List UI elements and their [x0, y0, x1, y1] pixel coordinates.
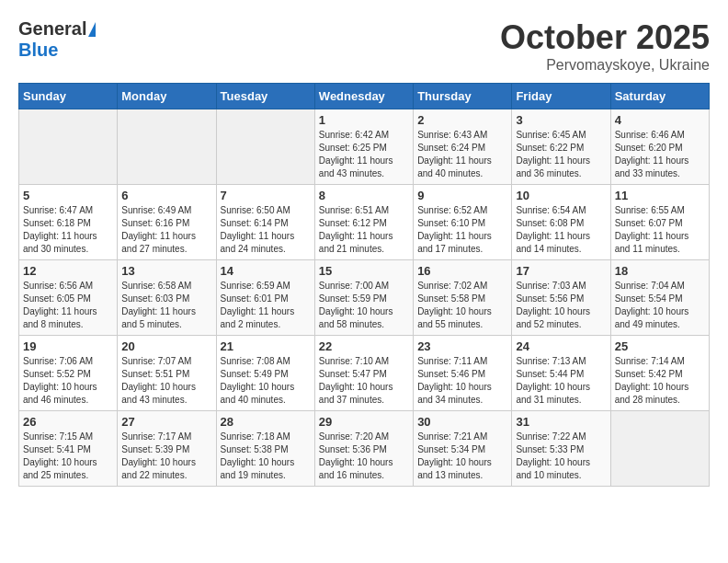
logo-blue-text: Blue — [18, 40, 58, 61]
day-info: Sunrise: 6:55 AM Sunset: 6:07 PM Dayligh… — [615, 204, 705, 256]
calendar-cell: 14Sunrise: 6:59 AM Sunset: 6:01 PM Dayli… — [216, 260, 314, 336]
calendar-cell: 30Sunrise: 7:21 AM Sunset: 5:34 PM Dayli… — [414, 411, 512, 487]
day-info: Sunrise: 7:02 AM Sunset: 5:58 PM Dayligh… — [417, 280, 507, 331]
day-number: 5 — [23, 189, 113, 202]
calendar-cell: 29Sunrise: 7:20 AM Sunset: 5:36 PM Dayli… — [314, 411, 413, 487]
calendar-cell: 17Sunrise: 7:03 AM Sunset: 5:56 PM Dayli… — [512, 260, 610, 336]
month-year-title: October 2025 — [500, 18, 710, 57]
day-number: 27 — [121, 415, 211, 429]
weekday-header-tuesday: Tuesday — [216, 84, 314, 109]
calendar-week-row: 19Sunrise: 7:06 AM Sunset: 5:52 PM Dayli… — [19, 336, 710, 411]
day-number: 6 — [121, 189, 211, 202]
day-info: Sunrise: 6:56 AM Sunset: 6:05 PM Dayligh… — [23, 280, 113, 331]
day-number: 2 — [417, 113, 507, 127]
day-info: Sunrise: 7:22 AM Sunset: 5:33 PM Dayligh… — [516, 431, 606, 482]
day-number: 22 — [319, 339, 409, 353]
day-info: Sunrise: 6:45 AM Sunset: 6:22 PM Dayligh… — [516, 129, 606, 180]
day-number: 30 — [417, 415, 507, 429]
day-info: Sunrise: 7:17 AM Sunset: 5:39 PM Dayligh… — [121, 431, 211, 482]
calendar-cell: 9Sunrise: 6:52 AM Sunset: 6:10 PM Daylig… — [414, 185, 512, 260]
logo: General Blue — [18, 18, 96, 61]
day-info: Sunrise: 7:14 AM Sunset: 5:42 PM Dayligh… — [615, 355, 705, 407]
calendar-cell: 12Sunrise: 6:56 AM Sunset: 6:05 PM Dayli… — [19, 260, 118, 336]
weekday-header-friday: Friday — [512, 84, 610, 109]
day-number: 28 — [221, 415, 311, 429]
calendar-cell: 8Sunrise: 6:51 AM Sunset: 6:12 PM Daylig… — [314, 185, 413, 260]
day-info: Sunrise: 7:13 AM Sunset: 5:44 PM Dayligh… — [516, 355, 606, 407]
day-number: 21 — [221, 339, 311, 353]
logo-triangle-icon — [88, 22, 96, 37]
weekday-header-monday: Monday — [118, 84, 216, 109]
day-info: Sunrise: 6:59 AM Sunset: 6:01 PM Dayligh… — [221, 280, 311, 331]
day-number: 29 — [319, 415, 409, 429]
day-info: Sunrise: 6:43 AM Sunset: 6:24 PM Dayligh… — [417, 129, 507, 180]
calendar-cell: 22Sunrise: 7:10 AM Sunset: 5:47 PM Dayli… — [314, 336, 413, 411]
day-number: 19 — [23, 339, 113, 353]
calendar-cell: 15Sunrise: 7:00 AM Sunset: 5:59 PM Dayli… — [314, 260, 413, 336]
day-number: 11 — [615, 189, 705, 202]
day-number: 13 — [121, 264, 211, 278]
day-number: 20 — [121, 339, 211, 353]
calendar-cell: 3Sunrise: 6:45 AM Sunset: 6:22 PM Daylig… — [512, 109, 610, 185]
day-info: Sunrise: 6:54 AM Sunset: 6:08 PM Dayligh… — [516, 204, 606, 256]
day-number: 26 — [23, 415, 113, 429]
calendar-cell: 19Sunrise: 7:06 AM Sunset: 5:52 PM Dayli… — [19, 336, 118, 411]
day-number: 25 — [615, 339, 705, 353]
logo-general-text: General — [18, 18, 86, 40]
day-info: Sunrise: 6:46 AM Sunset: 6:20 PM Dayligh… — [615, 129, 705, 180]
day-number: 18 — [615, 264, 705, 278]
day-info: Sunrise: 7:15 AM Sunset: 5:41 PM Dayligh… — [23, 431, 113, 482]
day-info: Sunrise: 6:50 AM Sunset: 6:14 PM Dayligh… — [221, 204, 311, 256]
day-number: 14 — [221, 264, 311, 278]
day-info: Sunrise: 7:11 AM Sunset: 5:46 PM Dayligh… — [417, 355, 507, 407]
day-info: Sunrise: 7:06 AM Sunset: 5:52 PM Dayligh… — [23, 355, 113, 407]
calendar-week-row: 12Sunrise: 6:56 AM Sunset: 6:05 PM Dayli… — [19, 260, 710, 336]
weekday-header-thursday: Thursday — [414, 84, 512, 109]
calendar-cell — [610, 411, 709, 487]
calendar-cell: 25Sunrise: 7:14 AM Sunset: 5:42 PM Dayli… — [610, 336, 709, 411]
day-info: Sunrise: 7:08 AM Sunset: 5:49 PM Dayligh… — [221, 355, 311, 407]
day-number: 24 — [516, 339, 606, 353]
weekday-header-saturday: Saturday — [610, 84, 709, 109]
calendar-week-row: 26Sunrise: 7:15 AM Sunset: 5:41 PM Dayli… — [19, 411, 710, 487]
calendar-cell: 7Sunrise: 6:50 AM Sunset: 6:14 PM Daylig… — [216, 185, 314, 260]
calendar-cell — [118, 109, 216, 185]
calendar-week-row: 1Sunrise: 6:42 AM Sunset: 6:25 PM Daylig… — [19, 109, 710, 185]
calendar-cell: 2Sunrise: 6:43 AM Sunset: 6:24 PM Daylig… — [414, 109, 512, 185]
day-number: 3 — [516, 113, 606, 127]
day-info: Sunrise: 7:03 AM Sunset: 5:56 PM Dayligh… — [516, 280, 606, 331]
calendar-cell: 31Sunrise: 7:22 AM Sunset: 5:33 PM Dayli… — [512, 411, 610, 487]
day-info: Sunrise: 6:42 AM Sunset: 6:25 PM Dayligh… — [319, 129, 409, 180]
calendar-cell: 28Sunrise: 7:18 AM Sunset: 5:38 PM Dayli… — [216, 411, 314, 487]
day-number: 12 — [23, 264, 113, 278]
day-info: Sunrise: 6:47 AM Sunset: 6:18 PM Dayligh… — [23, 204, 113, 256]
day-number: 9 — [417, 189, 507, 202]
calendar-cell: 6Sunrise: 6:49 AM Sunset: 6:16 PM Daylig… — [118, 185, 216, 260]
day-number: 31 — [516, 415, 606, 429]
day-number: 16 — [417, 264, 507, 278]
calendar-cell: 26Sunrise: 7:15 AM Sunset: 5:41 PM Dayli… — [19, 411, 118, 487]
calendar-cell: 1Sunrise: 6:42 AM Sunset: 6:25 PM Daylig… — [314, 109, 413, 185]
weekday-header-wednesday: Wednesday — [314, 84, 413, 109]
calendar-cell: 10Sunrise: 6:54 AM Sunset: 6:08 PM Dayli… — [512, 185, 610, 260]
location-subtitle: Pervomayskoye, Ukraine — [500, 57, 710, 74]
page-header: General Blue October 2025 Pervomayskoye,… — [18, 18, 710, 74]
calendar-table: SundayMondayTuesdayWednesdayThursdayFrid… — [18, 83, 710, 487]
day-number: 23 — [417, 339, 507, 353]
calendar-cell: 24Sunrise: 7:13 AM Sunset: 5:44 PM Dayli… — [512, 336, 610, 411]
day-number: 17 — [516, 264, 606, 278]
day-info: Sunrise: 7:21 AM Sunset: 5:34 PM Dayligh… — [417, 431, 507, 482]
day-info: Sunrise: 7:10 AM Sunset: 5:47 PM Dayligh… — [319, 355, 409, 407]
weekday-header-sunday: Sunday — [19, 84, 118, 109]
day-number: 15 — [319, 264, 409, 278]
day-info: Sunrise: 6:52 AM Sunset: 6:10 PM Dayligh… — [417, 204, 507, 256]
day-info: Sunrise: 7:07 AM Sunset: 5:51 PM Dayligh… — [121, 355, 211, 407]
calendar-cell: 23Sunrise: 7:11 AM Sunset: 5:46 PM Dayli… — [414, 336, 512, 411]
day-info: Sunrise: 7:18 AM Sunset: 5:38 PM Dayligh… — [221, 431, 311, 482]
day-info: Sunrise: 7:00 AM Sunset: 5:59 PM Dayligh… — [319, 280, 409, 331]
day-number: 8 — [319, 189, 409, 202]
calendar-cell: 13Sunrise: 6:58 AM Sunset: 6:03 PM Dayli… — [118, 260, 216, 336]
title-block: October 2025 Pervomayskoye, Ukraine — [500, 18, 710, 74]
calendar-cell: 4Sunrise: 6:46 AM Sunset: 6:20 PM Daylig… — [610, 109, 709, 185]
day-number: 1 — [319, 113, 409, 127]
